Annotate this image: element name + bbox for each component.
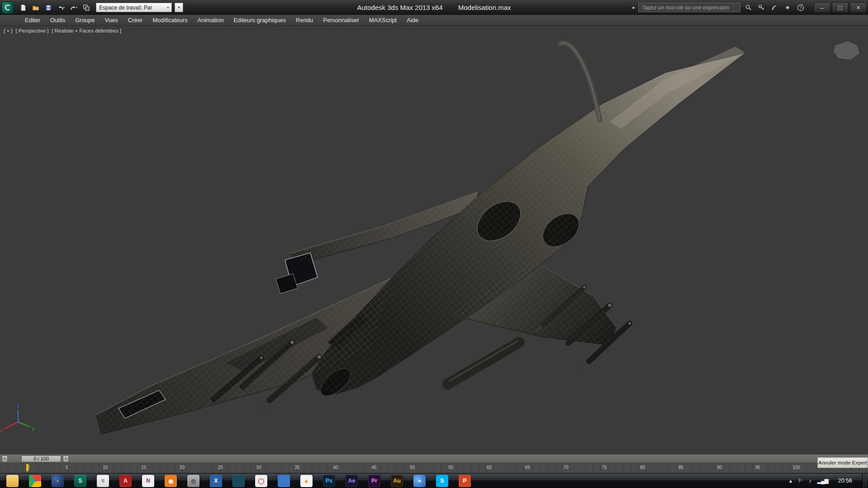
google-chrome[interactable]: ● [29,475,41,487]
viewport-label-segment[interactable]: [ + ] [4,28,13,33]
volume[interactable]: ♪ [809,478,811,484]
timeline-tick[interactable]: 0 [25,465,32,470]
search-button[interactable] [743,3,754,13]
skype[interactable]: S [436,475,448,487]
menu-item[interactable]: MAXScript [364,15,402,25]
timeline-tick[interactable]: 60 [485,465,493,470]
communication-center-button[interactable] [769,3,780,13]
hidden-icons[interactable]: ▴ [789,478,792,484]
powerpoint[interactable]: P [459,475,471,487]
workspace-dropdown-button[interactable]: ▾ [175,3,183,12]
google-earth[interactable]: ● [413,475,426,487]
timeline-tick[interactable]: 70 [562,465,569,470]
cancel-expert-mode-button[interactable]: Annuler mode Expert [817,457,868,468]
timeline-tick[interactable]: 50 [409,465,416,470]
timeline-tick[interactable]: 25 [217,465,224,470]
timeline-ruler[interactable]: 0 5 10 15 20 25 30 35 40 45 [0,463,868,473]
viewport-label-segment[interactable]: [ Réaliste + Faces délimitées ] [52,28,121,33]
track-bar[interactable]: < 0 / 100 > [0,455,868,463]
onenote[interactable]: N [142,475,154,487]
windows-explorer[interactable] [6,475,19,487]
viewport-canvas[interactable]: x y z [0,26,868,455]
previous-frame-button[interactable]: < [2,455,8,462]
tray-clock[interactable]: 20:56 [838,478,852,484]
axis-y-label: y [32,426,35,431]
workspace-selector[interactable]: Espace de travail: Par ▾ [96,3,172,12]
timeline-tick[interactable]: 55 [447,465,454,470]
timeline-tick[interactable]: 10 [102,465,109,470]
blue-app[interactable] [278,475,290,487]
adobe-red-app[interactable]: A [119,475,132,487]
timeline-tick[interactable]: 65 [524,465,531,470]
action-center-flag[interactable]: ⚐ [798,478,802,484]
menu-bar: Editer Outils Groupe Vues Créer Modifica… [0,15,868,26]
audition[interactable]: Au [391,475,403,487]
project-folder-button[interactable] [81,2,92,13]
undo-dropdown-arrow[interactable]: ▾ [63,6,65,9]
timeline-tick[interactable]: 75 [601,465,608,470]
timeline-tick[interactable]: 30 [255,465,262,470]
orange-app[interactable]: ◉ [165,475,177,487]
vlc[interactable]: ▲ [300,475,313,487]
menu-item[interactable]: Animation [193,15,229,25]
next-frame-button[interactable]: > [63,455,69,462]
redo-dropdown-arrow[interactable]: ▾ [76,6,77,9]
menu-item[interactable]: Modificateurs [147,15,192,25]
network[interactable]: ▂▄▆ [817,478,828,484]
menu-item[interactable]: Groupe [70,15,100,25]
firefox[interactable]: ◗ [52,475,64,487]
premiere[interactable]: Pr [368,475,380,487]
show-desktop-button[interactable] [862,474,867,488]
jet-model[interactable] [96,43,745,434]
menu-item[interactable]: Outils [45,15,70,25]
menu-item[interactable]: Rendu [291,15,318,25]
media-white-app[interactable]: ◯ [255,475,267,487]
system-tray: ▴ ⚐ ♪ ▂▄▆ 20:56 [789,474,868,488]
maximize-button[interactable]: □ [832,2,849,13]
undo-button[interactable]: ▾ [55,2,66,13]
time-slider-frame-display[interactable]: 0 / 100 [21,455,61,462]
3ds-max-app[interactable]: S [74,475,86,487]
new-scene-button[interactable] [17,2,28,13]
menu-item[interactable]: Editer [20,15,45,25]
timeline-tick[interactable]: 100 [792,465,800,470]
subscription-button[interactable] [756,3,767,13]
dark-teal-app[interactable] [232,475,245,487]
timeline-tick[interactable]: 20 [178,465,185,470]
jet-antenna [560,43,600,120]
minimize-button[interactable]: – [814,2,830,13]
timeline-tick[interactable]: 15 [140,465,147,470]
open-file-button[interactable] [30,2,41,13]
close-button[interactable]: × [850,2,867,13]
timeline-tick[interactable]: 90 [716,465,723,470]
gray-camera-app[interactable]: ◎ [187,475,199,487]
viewport-label-segment[interactable]: [ Perspective ] [16,28,49,33]
timeline-tick[interactable]: 85 [678,465,685,470]
timeline-tick[interactable]: 40 [332,465,339,470]
menu-item[interactable]: Vues [100,15,123,25]
help-button[interactable]: ? [795,3,806,13]
menu-item[interactable]: Aide [402,15,423,25]
rock-object[interactable] [834,42,859,59]
notepad-document[interactable]: ≡ [97,475,109,487]
timeline-tick[interactable]: 35 [294,465,301,470]
timeline-tick[interactable]: 45 [370,465,378,470]
save-file-button[interactable] [43,2,54,13]
document-title: Modelisation.max [458,4,511,11]
timeline-tick[interactable]: 80 [639,465,646,470]
blue-x-app[interactable]: X [210,475,222,487]
infocenter-expand-arrow-icon[interactable]: ▸ [632,5,635,10]
after-effects[interactable]: Ae [346,475,358,487]
favorites-button[interactable]: ★ [782,3,793,13]
menu-item[interactable]: Créer [123,15,148,25]
timeline-tick[interactable]: 95 [754,465,761,470]
photoshop[interactable]: Ps [323,475,335,487]
menu-item[interactable]: Personnaliser [318,15,364,25]
timeline-tick[interactable]: 5 [63,465,71,470]
3dsmax-logo-icon[interactable] [2,2,14,14]
window-controls: – □ × [814,2,867,13]
search-input[interactable] [638,3,740,12]
jet-fuel-tank-highlight [449,341,518,381]
menu-item[interactable]: Editeurs graphiques [228,15,291,25]
redo-button[interactable]: ▾ [68,2,79,13]
